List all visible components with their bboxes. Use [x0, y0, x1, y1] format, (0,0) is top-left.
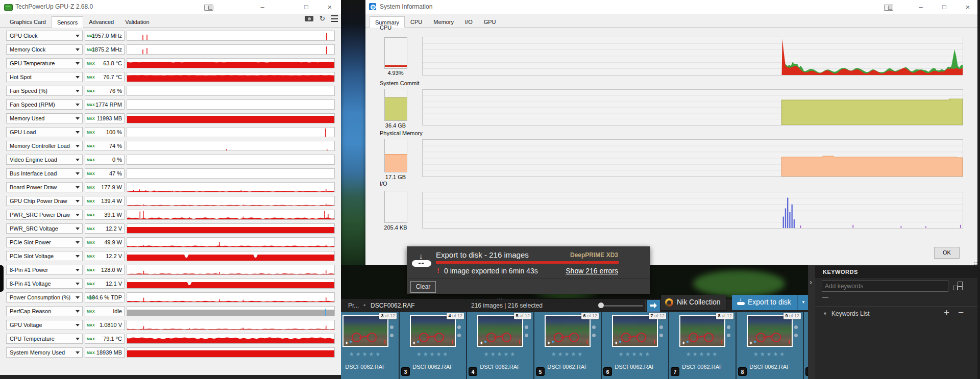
sensor-row: Fan Speed (%)MAX76 %	[6, 86, 335, 96]
maximize-button[interactable]: □	[298, 0, 314, 14]
sensor-select[interactable]: 8-Pin #1 Power	[6, 265, 83, 275]
filmstrip-thumbnail-cell[interactable]: ✦!4 of 12★★★★★DSCF0062.RAF3	[400, 312, 467, 379]
minimize-button[interactable]: –	[254, 0, 271, 14]
photo-thumbnail[interactable]: ✦!	[545, 315, 591, 347]
export-to-disk-button[interactable]: ↓ Export to disk	[732, 295, 797, 310]
star-rating[interactable]: ★★★★★	[534, 351, 601, 358]
sensor-select[interactable]: Memory Controller Load	[6, 141, 83, 151]
add-keywords-input[interactable]	[822, 281, 948, 292]
star-rating[interactable]: ★★★★★	[737, 351, 803, 358]
window-edge-handle[interactable]	[0, 265, 4, 292]
maximize-button[interactable]: □	[936, 0, 952, 14]
filter-arrow-button[interactable]	[647, 300, 660, 312]
ok-button[interactable]: OK	[934, 247, 960, 259]
sensor-select[interactable]: Fan Speed (RPM)	[6, 99, 83, 110]
filmstrip-thumbnail-cell[interactable]: ✦!7 of 12★★★★★DSCF0062.RAF6	[602, 312, 669, 379]
tab-i-o[interactable]: I/O	[459, 16, 478, 27]
sensor-select[interactable]: GPU Load	[6, 127, 83, 137]
sensor-select[interactable]: PWR_SRC Power Draw	[6, 210, 83, 220]
export-options-dropdown[interactable]: ▼	[797, 295, 809, 310]
sensor-label: Video Engine Load	[10, 157, 57, 163]
tab-validation[interactable]: Validation	[119, 16, 155, 27]
star-rating[interactable]: ★★★★★	[341, 351, 399, 358]
sensor-select[interactable]: PerfCap Reason	[6, 306, 83, 316]
photo-thumbnail[interactable]: ✦!	[342, 315, 388, 347]
sysinfo-titlebar[interactable]: System Information – □ ×	[365, 0, 977, 14]
menu-icon[interactable]	[331, 15, 338, 22]
gpuz-titlebar[interactable]: TechPowerUp GPU-Z 2.68.0 – □ ×	[0, 0, 341, 14]
sensor-history-graph	[127, 292, 335, 302]
filmstrip-thumbnail-cell[interactable]: ✦!6 of 12★★★★★DSCF0062.RAF5	[534, 312, 602, 379]
tab-gpu[interactable]: GPU	[478, 16, 502, 27]
sensor-select[interactable]: Hot Spot	[6, 72, 83, 82]
filmstrip-thumbnail-cell[interactable]: ✦!8 of 12★★★★★DSCF0062.RAF7	[669, 312, 737, 379]
sensor-select[interactable]: CPU Temperature	[6, 334, 83, 344]
tab-graphics-card[interactable]: Graphics Card	[4, 16, 52, 27]
photo-thumbnail[interactable]: ✦!	[679, 315, 725, 347]
keywords-list-caret-icon[interactable]: ▼	[823, 311, 827, 316]
screen-right-edge	[977, 265, 980, 379]
star-rating[interactable]: ★★★★★	[669, 351, 736, 358]
minimize-button[interactable]: –	[913, 0, 929, 14]
sensor-label: PCIe Slot Power	[10, 239, 51, 245]
photo-thumbnail[interactable]: ✦!	[410, 315, 456, 347]
sensor-select[interactable]: GPU Temperature	[6, 58, 83, 68]
photo-thumbnail[interactable]: ✦!	[612, 315, 658, 347]
current-filename[interactable]: DSCF0062.RAF	[371, 302, 415, 309]
add-keyword-icon[interactable]: +	[944, 307, 949, 318]
photo-thumbnail[interactable]: ✦!	[747, 315, 793, 347]
sensor-select[interactable]: Board Power Draw	[6, 182, 83, 192]
sensor-label: Power Consumption (%)	[10, 294, 70, 300]
keyword-hierarchy-icon[interactable]	[953, 282, 962, 290]
breadcrumb-source[interactable]: Pr...	[348, 302, 359, 309]
keywords-header-label: KEYWORDS	[823, 269, 858, 275]
sensor-history-graph	[127, 347, 335, 358]
sensor-select[interactable]: GPU Chip Power Draw	[6, 196, 83, 206]
sensor-select[interactable]: Fan Speed (%)	[6, 86, 83, 96]
sensor-select[interactable]: GPU Clock	[6, 31, 83, 41]
sensor-select[interactable]: Memory Used	[6, 113, 83, 123]
nik-collection-button[interactable]: Nik Collection	[661, 295, 726, 310]
sensor-select[interactable]: Memory Clock	[6, 44, 83, 55]
close-button[interactable]: ×	[960, 0, 976, 14]
collapse-handle-icon[interactable]: …	[497, 298, 503, 301]
thumbnail-size-slider[interactable]	[600, 305, 643, 307]
filmstrip-thumbnail-cell[interactable]: ✦!5 of 12★★★★★DSCF0062.RAF4	[467, 312, 534, 379]
refresh-icon[interactable]: ↻	[320, 15, 325, 22]
sensor-select[interactable]: PCIe Slot Voltage	[6, 251, 83, 261]
photo-thumbnail[interactable]: ✦!	[477, 315, 523, 347]
show-errors-link[interactable]: Show 216 errors	[566, 267, 618, 275]
chevron-down-icon	[76, 145, 80, 147]
tab-sensors[interactable]: Sensors	[52, 16, 83, 28]
star-rating[interactable]: ★★★★★	[602, 351, 668, 358]
slider-thumb[interactable]	[598, 302, 604, 308]
sensor-select[interactable]: PCIe Slot Power	[6, 237, 83, 247]
star-rating[interactable]: ★★★★★	[400, 351, 466, 358]
sensor-select[interactable]: PWR_SRC Voltage	[6, 223, 83, 234]
resize-grip[interactable]	[974, 262, 975, 263]
tab-cpu[interactable]: CPU	[405, 16, 428, 27]
panel-collapse-chevron-icon[interactable]: ›	[810, 277, 812, 286]
sensor-select[interactable]: GPU Voltage	[6, 320, 83, 330]
filmstrip-thumbnail-cell[interactable]: ✦!10 of 12★★★★★DSCF0062.RAF9	[804, 312, 808, 379]
filmstrip-thumbnail-cell[interactable]: ✦!9 of 12★★★★★DSCF0062.RAF8	[737, 312, 804, 379]
sensor-value: MAX63.8 °C	[85, 58, 125, 68]
screenshot-camera-icon[interactable]	[305, 16, 313, 21]
close-button[interactable]: ×	[322, 0, 338, 14]
tab-memory[interactable]: Memory	[428, 16, 459, 27]
star-rating[interactable]: ★★★★★	[804, 351, 808, 358]
sensor-select[interactable]: Video Engine Load	[6, 155, 83, 165]
sensor-select[interactable]: 8-Pin #1 Voltage	[6, 279, 83, 289]
correction-blue-dot	[417, 341, 419, 343]
bicycle-wheel-shape	[636, 333, 646, 342]
sensor-select[interactable]: System Memory Used	[6, 347, 83, 358]
star-rating[interactable]: ★★★★★	[467, 351, 533, 358]
sensor-select[interactable]: Bus Interface Load	[6, 168, 83, 179]
correction-blue-dot	[350, 341, 352, 343]
tab-advanced[interactable]: Advanced	[83, 16, 119, 27]
filmstrip-thumbnail-cell[interactable]: ✦!3 of 12★★★★★DSCF0062.RAF	[341, 312, 400, 379]
remove-keyword-icon[interactable]: −	[958, 307, 964, 318]
sensor-select[interactable]: Power Consumption (%)	[6, 292, 83, 302]
max-indicator: MAX	[87, 32, 95, 41]
clear-button[interactable]: Clear	[410, 281, 436, 293]
